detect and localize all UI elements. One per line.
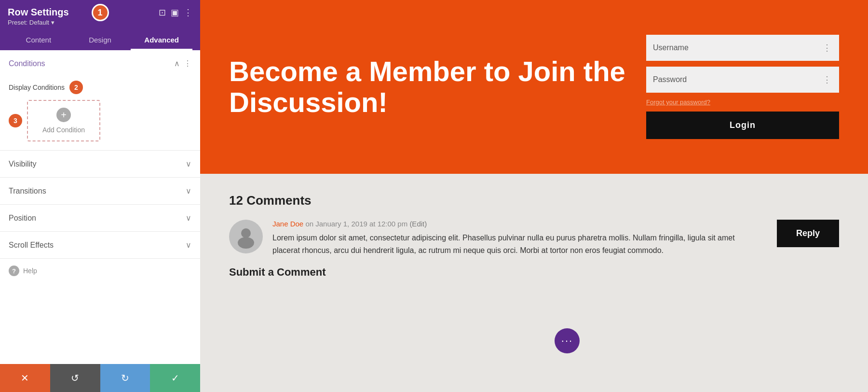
display-conditions-row: Display Conditions 2 xyxy=(9,81,191,94)
help-label: Help xyxy=(23,267,37,275)
submit-comment-title: Submit a Comment xyxy=(229,266,839,279)
password-dots-icon: ⋮ xyxy=(823,74,832,85)
reply-button[interactable]: Reply xyxy=(777,220,839,247)
comments-section: 12 Comments Jane Doe on January 1, 2019 … xyxy=(200,174,868,298)
conditions-kebab[interactable]: ⋮ xyxy=(184,59,191,68)
hero-form: Username ⋮ Password ⋮ Forgot your passwo… xyxy=(646,35,839,139)
step-badge-3: 3 xyxy=(9,114,22,127)
visibility-chevron[interactable]: ∨ xyxy=(186,159,191,168)
display-conditions-label: Display Conditions xyxy=(9,84,65,91)
scroll-effects-title: Scroll Effects xyxy=(9,241,54,250)
tab-design[interactable]: Design xyxy=(69,31,131,50)
help-row[interactable]: ? Help xyxy=(0,259,200,283)
section-visibility: Visibility ∨ xyxy=(0,151,200,178)
save-button[interactable]: ✓ xyxy=(150,364,200,392)
password-placeholder: Password xyxy=(653,75,687,84)
floating-dots-button[interactable]: ··· xyxy=(555,328,580,353)
comments-title: 12 Comments xyxy=(229,193,839,208)
conditions-title: Conditions xyxy=(9,59,45,68)
position-header[interactable]: Position ∨ xyxy=(0,205,200,231)
username-placeholder: Username xyxy=(653,43,689,52)
floating-dots-icon: ··· xyxy=(561,335,573,347)
comment-row: Jane Doe on January 1, 2019 at 12:00 pm … xyxy=(229,220,839,256)
comment-author: Jane Doe xyxy=(272,220,303,228)
panel-title: Row Settings xyxy=(8,7,69,18)
panel-content: Conditions ∧ ⋮ Display Conditions 2 3 + … xyxy=(0,50,200,364)
more-icon[interactable]: ⋮ xyxy=(184,7,192,18)
redo-icon: ↻ xyxy=(121,372,129,384)
scroll-effects-header[interactable]: Scroll Effects ∨ xyxy=(0,232,200,258)
transitions-chevron[interactable]: ∨ xyxy=(186,186,191,196)
plus-icon: + xyxy=(56,108,71,122)
comment-body: Jane Doe on January 1, 2019 at 12:00 pm … xyxy=(272,220,758,256)
panel-header: Row Settings ⊡ ▣ ⋮ 1 Preset: Default ▾ C… xyxy=(0,0,200,50)
visibility-header[interactable]: Visibility ∨ xyxy=(0,151,200,177)
section-transitions: Transitions ∨ xyxy=(0,178,200,205)
add-condition-wrapper: 3 + Add Condition xyxy=(9,100,191,141)
password-field[interactable]: Password ⋮ xyxy=(646,67,839,93)
section-scroll-effects: Scroll Effects ∨ xyxy=(0,232,200,259)
conditions-chevron-up[interactable]: ∧ xyxy=(174,59,180,68)
panel-tabs: Content Design Advanced xyxy=(8,31,192,50)
transitions-header[interactable]: Transitions ∨ xyxy=(0,178,200,204)
username-dots-icon: ⋮ xyxy=(823,42,832,53)
step-badge-1: 1 xyxy=(92,4,109,21)
collapse-icon[interactable]: ⊡ xyxy=(159,7,166,18)
header-icons: ⊡ ▣ ⋮ xyxy=(159,7,192,18)
conditions-body: Display Conditions 2 3 + Add Condition xyxy=(0,77,200,150)
comment-text: Lorem ipsum dolor sit amet, consectetur … xyxy=(272,232,758,256)
step-badge-2: 2 xyxy=(69,81,83,94)
tab-content[interactable]: Content xyxy=(8,31,69,50)
tab-advanced[interactable]: Advanced xyxy=(131,31,192,50)
conditions-header[interactable]: Conditions ∧ ⋮ xyxy=(0,50,200,77)
add-condition-button[interactable]: + Add Condition xyxy=(27,100,100,141)
svg-point-1 xyxy=(238,237,254,249)
section-position: Position ∨ xyxy=(0,205,200,232)
right-content: Become a Member to Join the Discussion! … xyxy=(200,0,868,392)
cancel-button[interactable]: ✕ xyxy=(0,364,50,392)
add-condition-label: Add Condition xyxy=(42,126,85,134)
position-title: Position xyxy=(9,214,36,223)
redo-button[interactable]: ↻ xyxy=(100,364,150,392)
avatar xyxy=(229,220,263,253)
panel-footer: ✕ ↺ ↻ ✓ xyxy=(0,364,200,392)
undo-icon: ↺ xyxy=(71,372,79,384)
username-field[interactable]: Username ⋮ xyxy=(646,35,839,61)
conditions-header-right: ∧ ⋮ xyxy=(174,59,191,68)
save-icon: ✓ xyxy=(171,372,179,384)
transitions-title: Transitions xyxy=(9,187,46,196)
comment-edit-link: (Edit) xyxy=(409,220,427,228)
scroll-effects-chevron[interactable]: ∨ xyxy=(186,240,191,250)
cancel-icon: ✕ xyxy=(21,372,29,384)
layout-icon[interactable]: ▣ xyxy=(171,7,179,18)
visibility-title: Visibility xyxy=(9,160,37,168)
hero-section: Become a Member to Join the Discussion! … xyxy=(200,0,868,174)
forgot-password-link[interactable]: Forgot your password? xyxy=(646,98,839,106)
help-icon: ? xyxy=(9,266,19,276)
section-conditions: Conditions ∧ ⋮ Display Conditions 2 3 + … xyxy=(0,50,200,151)
login-button[interactable]: Login xyxy=(646,112,839,139)
comment-meta: Jane Doe on January 1, 2019 at 12:00 pm … xyxy=(272,220,758,228)
position-chevron[interactable]: ∨ xyxy=(186,213,191,223)
hero-headline: Become a Member to Join the Discussion! xyxy=(229,56,627,118)
svg-point-0 xyxy=(241,228,251,238)
undo-button[interactable]: ↺ xyxy=(50,364,100,392)
left-panel: Row Settings ⊡ ▣ ⋮ 1 Preset: Default ▾ C… xyxy=(0,0,200,392)
